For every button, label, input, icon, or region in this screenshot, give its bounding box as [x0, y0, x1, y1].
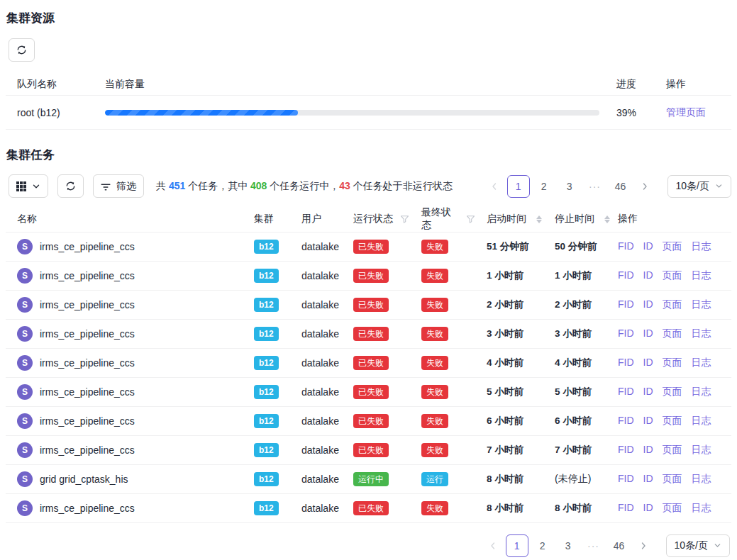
task-user: datalake	[290, 444, 342, 456]
avatar: S	[17, 268, 33, 284]
resources-section-title: 集群资源	[6, 10, 731, 26]
page-size-select[interactable]: 10条/页	[667, 175, 731, 198]
op-link-fid[interactable]: FID	[618, 298, 634, 311]
op-link-fid[interactable]: FID	[618, 327, 634, 340]
chevron-right-icon[interactable]	[633, 535, 653, 556]
op-link-log[interactable]: 日志	[692, 386, 711, 398]
op-link-log[interactable]: 日志	[692, 298, 711, 311]
avatar: S	[17, 413, 33, 429]
op-link-page[interactable]: 页面	[663, 327, 682, 340]
pagination-pages: 123···46	[506, 534, 631, 557]
op-link-fid[interactable]: FID	[618, 386, 634, 398]
op-link-page[interactable]: 页面	[663, 240, 682, 253]
op-link-id[interactable]: ID	[643, 269, 653, 282]
op-link-log[interactable]: 日志	[692, 327, 711, 340]
task-name: irms_ce_pipeline_ccs	[40, 241, 135, 252]
task-user: datalake	[290, 386, 342, 398]
task-name: irms_ce_pipeline_ccs	[40, 503, 135, 514]
avatar: S	[17, 471, 33, 487]
op-link-id[interactable]: ID	[643, 444, 653, 457]
pagination-page-3[interactable]: 3	[558, 175, 581, 198]
col-queue-name: 队列名称	[17, 78, 105, 91]
table-row: S grid grid_cptask_his b12 datalake 运行中 …	[6, 465, 731, 494]
column-settings-button[interactable]	[9, 174, 48, 198]
task-name: irms_ce_pipeline_ccs	[40, 270, 135, 281]
chevron-down-icon	[714, 540, 721, 551]
tasks-refresh-button[interactable]	[57, 174, 84, 198]
run-status-tag: 已失败	[353, 385, 389, 399]
pagination-page-2[interactable]: 2	[531, 534, 554, 557]
op-link-log[interactable]: 日志	[692, 240, 711, 253]
pagination-page-46[interactable]: 46	[609, 175, 632, 198]
op-link-log[interactable]: 日志	[692, 415, 711, 427]
op-link-page[interactable]: 页面	[663, 444, 682, 457]
pagination-page-3[interactable]: 3	[557, 534, 580, 557]
stop-time: 4 小时前	[543, 357, 612, 369]
op-link-id[interactable]: ID	[643, 357, 653, 369]
op-link-id[interactable]: ID	[643, 386, 653, 398]
resources-refresh-button[interactable]	[9, 38, 35, 62]
sorter-icon[interactable]	[604, 215, 610, 223]
pagination-page-1[interactable]: 1	[506, 534, 528, 557]
final-status-tag: 失败	[421, 501, 448, 515]
op-link-log[interactable]: 日志	[692, 357, 711, 369]
tasks-toolbar: 筛选 共 451 个任务，其中 408 个任务运行中，43 个任务处于非运行状态…	[9, 174, 731, 198]
op-link-fid[interactable]: FID	[618, 415, 634, 427]
op-link-log[interactable]: 日志	[692, 473, 711, 486]
cluster-tag: b12	[254, 327, 279, 341]
running-count: 408	[250, 180, 267, 191]
chevron-left-icon[interactable]	[484, 176, 504, 197]
cluster-tag: b12	[254, 298, 279, 312]
pagination-page-2[interactable]: 2	[533, 175, 555, 198]
sorter-icon[interactable]	[536, 215, 542, 223]
op-link-fid[interactable]: FID	[618, 502, 634, 515]
pagination-page-1[interactable]: 1	[507, 175, 530, 198]
op-link-page[interactable]: 页面	[663, 386, 682, 398]
op-link-page[interactable]: 页面	[663, 473, 682, 486]
run-status-tag: 已失败	[353, 240, 389, 254]
op-link-log[interactable]: 日志	[692, 269, 711, 282]
stop-time: 50 分钟前	[543, 240, 612, 253]
pagination-page-46[interactable]: 46	[608, 534, 631, 557]
start-time: 51 分钟前	[475, 240, 543, 253]
filter-button[interactable]: 筛选	[93, 174, 144, 198]
col-start-time: 启动时间	[487, 213, 526, 225]
page-size-select[interactable]: 10条/页	[666, 534, 730, 557]
chevron-down-icon	[715, 181, 723, 192]
op-link-fid[interactable]: FID	[618, 269, 634, 282]
manage-page-link[interactable]: 管理页面	[666, 106, 706, 118]
op-link-log[interactable]: 日志	[692, 502, 711, 515]
op-link-page[interactable]: 页面	[663, 415, 682, 427]
op-link-fid[interactable]: FID	[618, 240, 634, 253]
op-link-page[interactable]: 页面	[663, 357, 682, 369]
task-user: datalake	[290, 241, 342, 252]
pagination-pages: 123···46	[507, 175, 632, 198]
progress-percent: 39%	[616, 107, 666, 118]
funnel-icon[interactable]	[466, 215, 475, 224]
funnel-icon[interactable]	[400, 215, 409, 224]
op-link-page[interactable]: 页面	[663, 269, 682, 282]
op-link-fid[interactable]: FID	[618, 444, 634, 457]
op-link-log[interactable]: 日志	[692, 444, 711, 457]
task-ops: FIDID页面日志	[612, 444, 731, 457]
op-link-id[interactable]: ID	[643, 298, 653, 311]
col-final-status: 最终状态	[421, 206, 459, 232]
op-link-fid[interactable]: FID	[618, 473, 634, 486]
chevron-left-icon[interactable]	[483, 535, 503, 556]
op-link-id[interactable]: ID	[643, 327, 653, 340]
op-link-id[interactable]: ID	[643, 415, 653, 427]
op-link-id[interactable]: ID	[643, 473, 653, 486]
task-user: datalake	[290, 299, 342, 310]
chevron-right-icon[interactable]	[635, 176, 655, 197]
op-link-id[interactable]: ID	[643, 502, 653, 515]
op-link-page[interactable]: 页面	[663, 502, 682, 515]
op-link-id[interactable]: ID	[643, 240, 653, 253]
start-time: 1 小时前	[475, 269, 543, 282]
avatar: S	[17, 442, 33, 458]
cluster-tag: b12	[254, 443, 279, 457]
run-status-tag: 已失败	[353, 443, 389, 457]
start-time: 8 小时前	[475, 502, 543, 515]
op-link-page[interactable]: 页面	[663, 298, 682, 311]
op-link-fid[interactable]: FID	[618, 357, 634, 369]
col-actions: 操作	[612, 213, 731, 225]
